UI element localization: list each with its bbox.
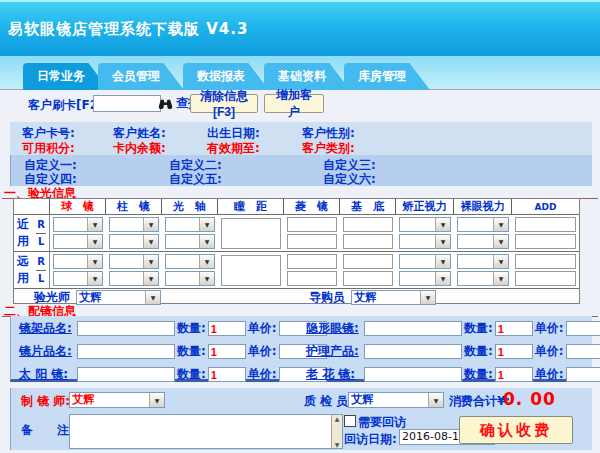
inspector-select[interactable]: 艾辉▼	[348, 392, 444, 408]
axis-select[interactable]: ▼	[165, 254, 215, 269]
care-product-price-input[interactable]	[566, 344, 600, 359]
cylinder-select[interactable]: ▼	[109, 217, 159, 232]
unit-price-label: 单价:	[248, 320, 277, 337]
sphere-select[interactable]: ▼	[53, 254, 103, 269]
axis-select[interactable]: ▼	[165, 271, 215, 286]
naked-vision-select[interactable]: ▼	[457, 234, 509, 249]
confirm-payment-button[interactable]: 确认收费	[459, 416, 573, 444]
qty-label: 数量:	[177, 320, 206, 337]
care-product-qty-input[interactable]	[495, 344, 533, 359]
corrected-vision-select[interactable]: ▼	[399, 271, 451, 286]
lens-name-label[interactable]: 镜片品名:	[19, 343, 77, 360]
base-input[interactable]	[343, 234, 393, 249]
cylinder-select[interactable]: ▼	[109, 234, 159, 249]
lens-qty-input[interactable]	[208, 344, 246, 359]
tab-warehouse[interactable]: 库房管理	[344, 63, 430, 90]
col-header-corrected-vision: 矫正视力	[396, 199, 454, 214]
col-header-cylinder: 柱 镜	[106, 199, 162, 214]
sunglasses-name-input[interactable]	[77, 367, 175, 382]
base-input[interactable]	[343, 254, 393, 269]
far-vision-group: 远用 R L ▼ ▼ ▼ ▼ ▼ ▼	[14, 251, 579, 288]
tab-daily-business[interactable]: 日常业务	[23, 63, 109, 90]
frame-name-label[interactable]: 镜架品名:	[19, 320, 77, 337]
prism-input[interactable]	[287, 234, 337, 249]
unit-price-label: 单价:	[535, 366, 564, 383]
corrected-vision-select[interactable]: ▼	[399, 234, 451, 249]
prism-input[interactable]	[287, 271, 337, 286]
unit-price-label: 单价:	[248, 366, 277, 383]
naked-vision-select[interactable]: ▼	[457, 217, 509, 232]
card-swipe-input[interactable]	[93, 95, 161, 112]
sunglasses-qty-input[interactable]	[208, 367, 246, 382]
col-header-prism: 菱 镜	[284, 199, 340, 214]
reading-glasses-name-input[interactable]	[364, 367, 462, 382]
care-product-label[interactable]: 护理产品:	[306, 343, 364, 360]
naked-vision-select[interactable]: ▼	[457, 271, 509, 286]
reading-glasses-price-input[interactable]	[566, 367, 600, 382]
customer-search-row: 客户刷卡[F2]: 查找 清除信息[F3] 增加客户	[0, 90, 600, 120]
axis-select[interactable]: ▼	[165, 234, 215, 249]
prism-input[interactable]	[287, 217, 337, 232]
naked-vision-select[interactable]: ▼	[457, 254, 509, 269]
scrollbar[interactable]: ▲ ▼	[331, 415, 342, 448]
sphere-select[interactable]: ▼	[53, 234, 103, 249]
frame-qty-input[interactable]	[208, 321, 246, 336]
add-input[interactable]	[515, 271, 576, 286]
reading-glasses-label[interactable]: 老 花 镜:	[306, 366, 364, 383]
cylinder-select[interactable]: ▼	[109, 271, 159, 286]
prism-input[interactable]	[287, 254, 337, 269]
chevron-down-icon: ▼	[493, 255, 508, 268]
qty-label: 数量:	[177, 366, 206, 383]
add-customer-button[interactable]: 增加客户	[264, 94, 324, 113]
chevron-down-icon: ▼	[199, 235, 214, 248]
remark-textarea[interactable]: ▲ ▼	[69, 414, 343, 449]
clear-info-button[interactable]: 清除信息[F3]	[190, 94, 258, 113]
cylinder-select[interactable]: ▼	[109, 254, 159, 269]
add-input[interactable]	[515, 217, 576, 232]
base-input[interactable]	[343, 271, 393, 286]
col-header-add: ADD	[512, 199, 579, 214]
chevron-down-icon: ▼	[435, 218, 450, 231]
pd-input[interactable]	[221, 218, 281, 249]
chevron-down-icon: ▼	[87, 218, 102, 231]
scroll-down-icon[interactable]: ▼	[335, 441, 340, 448]
axis-select[interactable]: ▼	[165, 217, 215, 232]
scroll-up-icon[interactable]: ▲	[335, 415, 340, 422]
tab-data-reports[interactable]: 数据报表	[183, 63, 269, 90]
binoculars-search-icon	[158, 98, 173, 110]
sunglasses-label[interactable]: 太 阳 镜:	[19, 366, 77, 383]
lens-name-input[interactable]	[77, 344, 175, 359]
add-input[interactable]	[515, 254, 576, 269]
sphere-select[interactable]: ▼	[53, 217, 103, 232]
chevron-down-icon: ▼	[435, 272, 450, 285]
pd-input[interactable]	[221, 255, 281, 286]
base-input[interactable]	[343, 217, 393, 232]
contact-lenses-price-input[interactable]	[566, 321, 600, 336]
frame-name-input[interactable]	[77, 321, 175, 336]
near-group-label-cell: 近用 R L	[14, 215, 50, 251]
total-label: 消费合计¥:	[449, 393, 510, 410]
order-panel: 镜架品名: 数量: 单价: 镜片品名: 数量: 单价: 太 阳 镜: 数量: 单…	[10, 316, 592, 382]
remark-label: 备 注:	[21, 422, 74, 439]
tab-member-management[interactable]: 会员管理	[98, 63, 184, 90]
care-product-name-input[interactable]	[364, 344, 462, 359]
contact-lenses-label[interactable]: 隐形眼镜:	[306, 320, 364, 337]
chevron-down-icon: ▼	[143, 255, 158, 268]
add-input[interactable]	[515, 234, 576, 249]
unit-price-label: 单价:	[248, 343, 277, 360]
chevron-down-icon: ▼	[143, 235, 158, 248]
inspector-label: 质 检 员:	[304, 393, 353, 410]
sunglasses-row: 太 阳 镜: 数量: 单价:	[19, 366, 327, 383]
corrected-vision-select[interactable]: ▼	[399, 254, 451, 269]
chevron-down-icon: ▼	[143, 218, 158, 231]
sphere-select[interactable]: ▼	[53, 271, 103, 286]
corrected-vision-select[interactable]: ▼	[399, 217, 451, 232]
contact-lenses-name-input[interactable]	[364, 321, 462, 336]
contact-lenses-qty-input[interactable]	[495, 321, 533, 336]
chevron-down-icon: ▼	[199, 255, 214, 268]
reading-glasses-qty-input[interactable]	[495, 367, 533, 382]
chevron-down-icon: ▼	[435, 255, 450, 268]
far-left-eye-label: L	[36, 270, 46, 287]
need-callback-checkbox[interactable]	[344, 415, 356, 427]
lens-maker-select[interactable]: 艾辉▼	[69, 392, 165, 408]
